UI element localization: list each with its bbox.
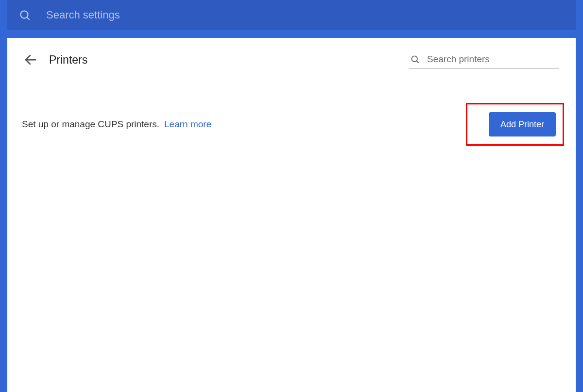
back-button[interactable] bbox=[21, 50, 40, 69]
page-header: Printers bbox=[7, 38, 576, 82]
settings-search-input[interactable] bbox=[45, 8, 288, 22]
add-printer-button[interactable]: Add Printer bbox=[489, 112, 556, 136]
learn-more-link[interactable]: Learn more bbox=[164, 119, 211, 130]
printer-search-field[interactable] bbox=[409, 51, 559, 68]
printers-page-card: Printers Set up or manage CUPS printers.… bbox=[7, 38, 576, 392]
description-text: Set up or manage CUPS printers. bbox=[22, 119, 159, 130]
svg-point-3 bbox=[412, 56, 417, 62]
printers-body: Set up or manage CUPS printers. Learn mo… bbox=[7, 82, 576, 146]
search-icon bbox=[18, 8, 32, 22]
printer-search-input[interactable] bbox=[426, 53, 558, 65]
settings-search-bar bbox=[7, 0, 576, 30]
settings-window: Printers Set up or manage CUPS printers.… bbox=[0, 0, 583, 392]
printers-description: Set up or manage CUPS printers. Learn mo… bbox=[22, 119, 211, 130]
search-icon bbox=[410, 54, 420, 65]
add-printer-highlight: Add Printer bbox=[466, 103, 564, 146]
svg-line-1 bbox=[27, 17, 29, 19]
page-title: Printers bbox=[49, 53, 87, 67]
svg-point-0 bbox=[20, 11, 28, 18]
header-strip bbox=[0, 30, 583, 38]
svg-line-4 bbox=[416, 61, 418, 63]
